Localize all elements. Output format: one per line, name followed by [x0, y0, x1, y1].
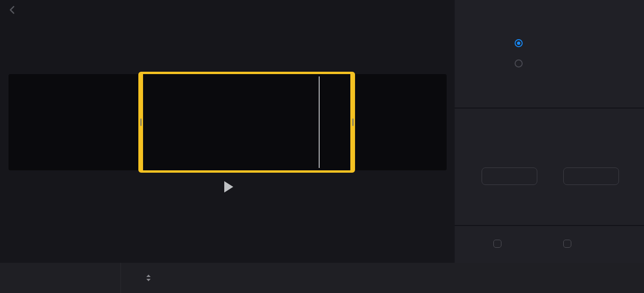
- editor-area: [0, 0, 455, 263]
- trim-start-input[interactable]: [482, 167, 537, 185]
- back-button[interactable]: [6, 4, 19, 17]
- selection-box[interactable]: [138, 72, 355, 173]
- settings-panel: [455, 0, 644, 263]
- fade-out-checkbox-row[interactable]: [563, 240, 576, 248]
- format-select[interactable]: [133, 263, 151, 293]
- selection-left-handle[interactable]: [140, 118, 142, 126]
- playhead[interactable]: [319, 76, 320, 168]
- selection-right-handle[interactable]: [352, 118, 354, 126]
- play-button[interactable]: [218, 177, 237, 196]
- radio-delete-selected[interactable]: [515, 59, 531, 67]
- panel-divider: [455, 225, 644, 226]
- fade-in-checkbox-row[interactable]: [493, 240, 506, 248]
- panel-divider: [455, 108, 644, 109]
- radio-on-icon: [515, 39, 523, 47]
- radio-extract-selected[interactable]: [515, 39, 531, 47]
- stepper-icon: [146, 274, 151, 282]
- footer-divider: [120, 263, 121, 293]
- checkbox-unchecked-icon: [493, 240, 501, 248]
- waveform-area[interactable]: [8, 74, 447, 170]
- result-audio-info: [14, 263, 21, 293]
- play-icon: [224, 181, 233, 193]
- trim-end-input[interactable]: [563, 167, 619, 185]
- chevron-left-icon: [8, 5, 16, 16]
- radio-off-icon: [515, 59, 523, 67]
- audio-trimmer-app: [0, 0, 644, 293]
- bottom-bar: [0, 263, 644, 293]
- checkbox-unchecked-icon: [563, 240, 571, 248]
